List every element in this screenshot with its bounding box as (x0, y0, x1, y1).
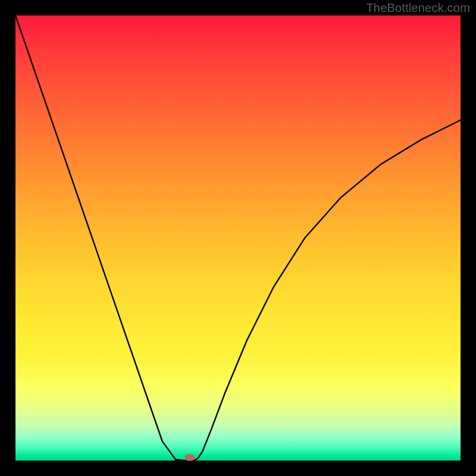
chart-plot-area (15, 15, 461, 461)
minimum-marker (185, 454, 195, 461)
curve-line (15, 15, 461, 461)
watermark-text: TheBottleneck.com (366, 1, 470, 15)
